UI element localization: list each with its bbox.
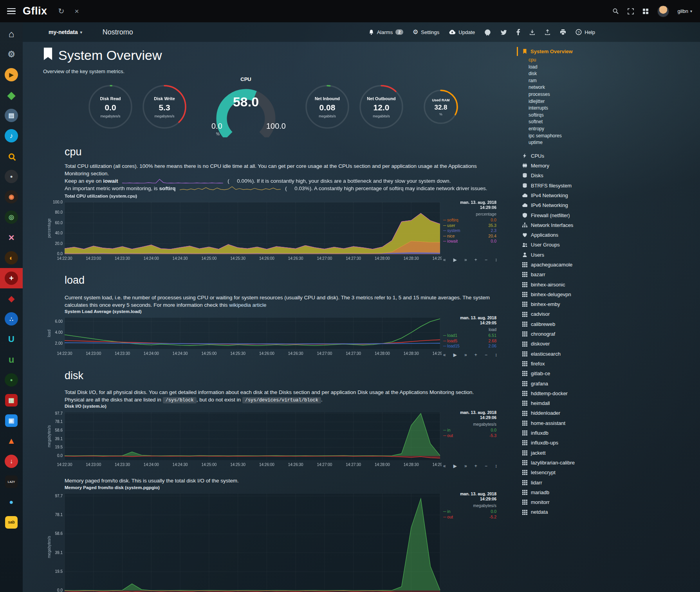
settings-button[interactable]: ⚙Settings xyxy=(413,29,439,35)
sidebar-app-dark[interactable]: ● xyxy=(0,166,23,187)
legend-item-in[interactable]: ─ in0.0 xyxy=(443,428,496,433)
zoom-out-icon[interactable]: − xyxy=(485,257,487,263)
legend-item-out[interactable]: ─ out-5.3 xyxy=(443,433,496,439)
sidebar-app-plex[interactable]: ▶ xyxy=(0,65,23,85)
sidebar-item-binhex-airsonic[interactable]: binhex-airsonic xyxy=(517,280,700,290)
sidebar-item-elasticsearch[interactable]: elasticsearch xyxy=(517,349,700,359)
sidebar-item-grafana[interactable]: grafana xyxy=(517,379,700,389)
facebook-button[interactable] xyxy=(516,29,520,35)
pan-forward-icon[interactable]: » xyxy=(464,352,467,358)
sidebar-item-ram[interactable]: ram xyxy=(517,77,700,85)
sidebar-app-droplet[interactable]: ● xyxy=(0,492,23,512)
avatar[interactable] xyxy=(657,5,669,17)
chart-memory-paged[interactable]: Memory Paged from/to disk (system.pgpgio… xyxy=(46,485,500,592)
alarms-button[interactable]: Alarms 2 xyxy=(368,29,403,35)
sidebar-app-unraid[interactable]: U xyxy=(0,329,23,349)
legend-item-load1[interactable]: ─ load16.51 xyxy=(443,333,496,338)
legend-item-nice[interactable]: ─ nice20.4 xyxy=(443,234,496,239)
softirq-sparkline[interactable] xyxy=(179,186,281,191)
import-button[interactable] xyxy=(529,29,535,35)
export-button[interactable] xyxy=(545,29,550,35)
update-button[interactable]: Update xyxy=(449,29,475,35)
sidebar-item-hiddenloader[interactable]: hiddenloader xyxy=(517,408,700,418)
sidebar-item-monitorr[interactable]: monitorr xyxy=(517,497,700,507)
help-button[interactable]: ? Help xyxy=(576,29,595,35)
zoom-in-icon[interactable]: + xyxy=(474,352,477,358)
sidebar-item-diskover[interactable]: diskover xyxy=(517,339,700,349)
sidebar-app-shield-active[interactable]: + xyxy=(0,268,23,288)
sidebar-item-disk[interactable]: disk xyxy=(517,70,700,77)
refresh-icon[interactable]: ↻ xyxy=(58,7,65,16)
sidebar-item-interrupts[interactable]: interrupts xyxy=(517,105,700,112)
chart-canvas-pgpgio[interactable] xyxy=(46,491,442,592)
sidebar-item-disks[interactable]: Disks xyxy=(517,171,700,180)
sidebar-app-red-diamond[interactable]: ◆ xyxy=(0,288,23,309)
sidebar-item-firefox[interactable]: firefox xyxy=(517,359,700,369)
resize-handle-icon[interactable]: ↕ xyxy=(495,352,497,358)
play-icon[interactable]: ▶ xyxy=(453,257,457,263)
print-button[interactable] xyxy=(560,29,566,35)
gauge-net-inbound[interactable]: Net Inbound0.08megabits/s xyxy=(304,83,351,130)
gauge-net-outbound[interactable]: Net Outbound12.0megabits/s xyxy=(358,83,405,130)
sidebar-item-chronograf[interactable]: chronograf xyxy=(517,329,700,339)
sidebar-item-ipc-semaphores[interactable]: ipc semaphores xyxy=(517,133,700,140)
sidebar-item-hddtemp-docker[interactable]: hddtemp-docker xyxy=(517,389,700,398)
chart-disk-io[interactable]: Disk I/O (system.io)man. 13. aug. 201814… xyxy=(46,404,500,473)
sidebar-item-processes[interactable]: processes xyxy=(517,91,700,98)
sidebar-item-user-groups[interactable]: User Groups xyxy=(517,240,700,250)
sidebar-app-lazylibrarian[interactable]: LAZY xyxy=(0,471,23,492)
legend-item-in[interactable]: ─ in0.0 xyxy=(443,509,496,515)
zoom-out-icon[interactable]: − xyxy=(485,463,487,469)
sidebar-item-influxdb[interactable]: influxdb xyxy=(517,428,700,438)
wikipedia-link[interactable]: wikipedia article xyxy=(229,302,266,308)
fullscreen-icon[interactable] xyxy=(628,8,634,14)
sidebar-item-applications[interactable]: Applications xyxy=(517,230,700,240)
sidebar-home[interactable]: ⌂ xyxy=(0,24,23,44)
sidebar-app-search[interactable] xyxy=(0,146,23,166)
sidebar-app-deluge[interactable]: u xyxy=(0,349,23,370)
sidebar-item-ipv6-networking[interactable]: IPv6 Networking xyxy=(517,200,700,210)
legend-item-softirq[interactable]: ─ softirq0.0 xyxy=(443,218,496,223)
resize-handle-icon[interactable]: ↕ xyxy=(495,257,497,263)
sidebar-item-entropy[interactable]: entropy xyxy=(517,126,700,133)
sidebar-item-firewall-netfilter-[interactable]: Firewall (netfilter) xyxy=(517,211,700,220)
user-menu[interactable]: gilbn▾ xyxy=(678,8,693,14)
sidebar-item-home-assistant[interactable]: home-assistant xyxy=(517,418,700,428)
sidebar-item-binhex-delugevpn[interactable]: binhex-delugevpn xyxy=(517,290,700,299)
legend-item-load15[interactable]: ─ load152.06 xyxy=(443,344,496,349)
sidebar-item-heimdall[interactable]: heimdall xyxy=(517,398,700,408)
sidebar-item-system-overview[interactable]: System Overview xyxy=(517,47,700,57)
sidebar-item-lazylibrarian-calibre[interactable]: lazylibrarian-calibre xyxy=(517,458,700,468)
sidebar-item-mariadb[interactable]: mariadb xyxy=(517,488,700,497)
sidebar-app-monitorr[interactable]: ↓ xyxy=(0,451,23,471)
apps-grid-icon[interactable] xyxy=(642,8,649,14)
sidebar-item-influxdb-ups[interactable]: influxdb-ups xyxy=(517,438,700,448)
legend-item-out[interactable]: ─ out-5.2 xyxy=(443,515,496,520)
sidebar-item-jackett[interactable]: jackett xyxy=(517,448,700,458)
gauge-disk-write[interactable]: Disk Write5.3megabytes/s xyxy=(141,83,188,130)
sidebar-app-emby[interactable]: ◆ xyxy=(0,85,23,105)
sidebar-item-users[interactable]: Users xyxy=(517,250,700,260)
twitter-button[interactable] xyxy=(500,29,507,35)
sidebar-item-ipv4-networking[interactable]: IPv4 Networking xyxy=(517,191,700,200)
zoom-in-icon[interactable]: + xyxy=(474,463,477,469)
search-icon[interactable] xyxy=(612,8,619,14)
chart-load-average[interactable]: System Load Average (system.load)man. 13… xyxy=(46,309,500,361)
sidebar-item-network-interfaces[interactable]: Network Interfaces xyxy=(517,220,700,230)
gauge-cpu[interactable]: CPU58.00.0100.0% xyxy=(203,76,289,137)
iowait-sparkline[interactable] xyxy=(122,178,224,184)
sidebar-item-calibreweb[interactable]: calibreweb xyxy=(517,319,700,329)
sidebar-settings[interactable]: ⚙ xyxy=(0,44,23,65)
sidebar-app-jackett[interactable]: ◉ xyxy=(0,187,23,207)
sidebar-app-airsonic[interactable]: ♪ xyxy=(0,126,23,146)
zoom-in-icon[interactable]: + xyxy=(474,257,477,263)
sidebar-item-softnet[interactable]: softnet xyxy=(517,119,700,126)
chart-canvas-cpu[interactable] xyxy=(46,200,442,263)
menu-icon[interactable] xyxy=(0,8,23,14)
sidebar-app-sabnzbd[interactable]: sab xyxy=(0,512,23,533)
gauge-disk-read[interactable]: Disk Read0.0megabytes/s xyxy=(87,83,134,130)
sidebar-app-blue-tile[interactable]: ▣ xyxy=(0,410,23,431)
pan-forward-icon[interactable]: » xyxy=(464,463,467,469)
sidebar-app-red-tile[interactable]: ▦ xyxy=(0,390,23,410)
chart-canvas-disk[interactable] xyxy=(46,410,442,469)
